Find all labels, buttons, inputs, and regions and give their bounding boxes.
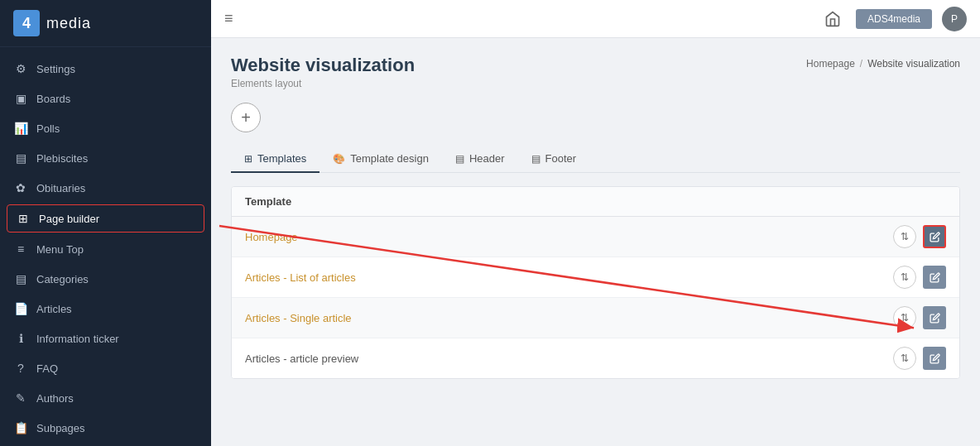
main-area: ≡ ADS4media P Website visualization Elem… xyxy=(211,0,980,446)
subpages-icon: 📋 xyxy=(13,420,28,435)
sidebar-item-categories[interactable]: ▤ Categories xyxy=(0,264,211,294)
sidebar-item-menu-top[interactable]: ≡ Menu Top xyxy=(0,234,211,264)
topbar: ≡ ADS4media P xyxy=(211,0,980,38)
edit-button-4[interactable] xyxy=(923,347,946,370)
footer-tab-label: Footer xyxy=(545,152,577,165)
tab-footer[interactable]: ▤ Footer xyxy=(518,146,590,173)
sort-button-1[interactable]: ⇅ xyxy=(893,225,916,248)
breadcrumb-current: Website visualization xyxy=(867,58,960,70)
header-tab-icon: ▤ xyxy=(455,153,464,165)
template-row-2: Articles - List of articles ⇅ xyxy=(232,257,959,298)
add-button[interactable]: + xyxy=(231,103,261,132)
logo-text: media xyxy=(46,15,91,32)
sidebar-item-faq[interactable]: ? FAQ xyxy=(0,353,211,383)
sidebar-nav: ⚙ Settings ▣ Boards 📊 Polls ▤ Plebiscite… xyxy=(0,47,211,446)
settings-icon: ⚙ xyxy=(13,61,28,76)
page-title: Website visualization xyxy=(231,55,415,76)
breadcrumb: Homepage / Website visualization xyxy=(806,58,960,70)
topbar-right: ADS4media P xyxy=(819,6,967,32)
logo-box: 4 xyxy=(13,10,40,36)
sidebar-label-settings: Settings xyxy=(36,63,75,75)
sidebar-label-menu-top: Menu Top xyxy=(36,243,84,256)
sidebar-label-plebiscites: Plebiscites xyxy=(36,152,88,165)
sidebar-label-information-ticker: Information ticker xyxy=(36,333,119,345)
tabs-bar: ⊞ Templates 🎨 Template design ▤ Header ▤… xyxy=(231,146,960,173)
sidebar-label-categories: Categories xyxy=(36,273,89,285)
sidebar-item-subpages[interactable]: 📋 Subpages xyxy=(0,413,211,443)
template-row-1: Homepage ⇅ xyxy=(232,217,959,257)
sidebar-item-boards[interactable]: ▣ Boards xyxy=(0,84,211,113)
template-row-4: Articles - article preview ⇅ xyxy=(232,338,959,378)
sidebar-label-faq: FAQ xyxy=(36,362,58,375)
template-row-3: Articles - Single article ⇅ xyxy=(232,298,959,338)
topbar-left: ≡ xyxy=(224,10,233,27)
sidebar-label-polls: Polls xyxy=(36,122,60,135)
template-actions-1: ⇅ xyxy=(893,225,946,248)
template-name-1: Homepage xyxy=(245,231,298,243)
edit-button-2[interactable] xyxy=(923,266,946,289)
template-name-2: Articles - List of articles xyxy=(245,271,356,284)
page-header: Website visualization Elements layout Ho… xyxy=(231,55,960,89)
template-section-header: Template xyxy=(232,187,959,217)
obituaries-icon: ✿ xyxy=(13,180,28,195)
sidebar-item-events[interactable]: ▦ Events xyxy=(0,443,211,446)
page-subtitle: Elements layout xyxy=(231,78,415,89)
page-builder-icon: ⊞ xyxy=(16,211,31,226)
sidebar-label-obituaries: Obituaries xyxy=(36,182,85,194)
sidebar-logo: 4 media xyxy=(0,0,211,47)
tab-header[interactable]: ▤ Header xyxy=(442,146,518,173)
sort-button-2[interactable]: ⇅ xyxy=(893,266,916,289)
sidebar-item-settings[interactable]: ⚙ Settings xyxy=(0,54,211,84)
page-title-group: Website visualization Elements layout xyxy=(231,55,415,89)
template-section: Template Homepage ⇅ Articles - List of a… xyxy=(231,186,960,379)
sidebar-label-page-builder: Page builder xyxy=(39,213,99,225)
sidebar-label-boards: Boards xyxy=(36,93,70,105)
template-design-tab-icon: 🎨 xyxy=(333,153,345,165)
information-ticker-icon: ℹ xyxy=(13,331,28,346)
sidebar-item-polls[interactable]: 📊 Polls xyxy=(0,113,211,143)
tab-templates[interactable]: ⊞ Templates xyxy=(231,146,319,173)
page-content: Website visualization Elements layout Ho… xyxy=(211,38,980,446)
authors-icon: ✎ xyxy=(13,391,28,405)
templates-tab-icon: ⊞ xyxy=(244,153,252,165)
articles-icon: 📄 xyxy=(13,301,28,316)
faq-icon: ? xyxy=(13,361,28,376)
template-name-4: Articles - article preview xyxy=(245,352,358,365)
boards-icon: ▣ xyxy=(13,91,28,106)
edit-button-3[interactable] xyxy=(923,306,946,329)
sort-button-3[interactable]: ⇅ xyxy=(893,306,916,329)
sidebar-item-information-ticker[interactable]: ℹ Information ticker xyxy=(0,324,211,353)
template-actions-3: ⇅ xyxy=(893,306,946,329)
sidebar-label-subpages: Subpages xyxy=(36,422,85,434)
sidebar-label-articles: Articles xyxy=(36,303,72,315)
template-actions-2: ⇅ xyxy=(893,266,946,289)
edit-button-1[interactable] xyxy=(923,225,946,248)
footer-tab-icon: ▤ xyxy=(531,153,540,165)
sidebar: 4 media ⚙ Settings ▣ Boards 📊 Polls ▤ Pl… xyxy=(0,0,211,446)
template-name-3: Articles - Single article xyxy=(245,312,352,324)
template-design-tab-label: Template design xyxy=(350,152,429,165)
sidebar-item-page-builder[interactable]: ⊞ Page builder xyxy=(7,204,204,233)
tab-template-design[interactable]: 🎨 Template design xyxy=(319,146,442,173)
menu-top-icon: ≡ xyxy=(13,242,28,257)
sidebar-item-obituaries[interactable]: ✿ Obituaries xyxy=(0,173,211,203)
polls-icon: 📊 xyxy=(13,121,28,136)
sidebar-item-articles[interactable]: 📄 Articles xyxy=(0,294,211,324)
home-icon[interactable] xyxy=(819,6,846,32)
sort-button-4[interactable]: ⇅ xyxy=(893,347,916,370)
breadcrumb-sep: / xyxy=(860,58,862,70)
hamburger-icon[interactable]: ≡ xyxy=(224,10,233,27)
template-actions-4: ⇅ xyxy=(893,347,946,370)
breadcrumb-home[interactable]: Homepage xyxy=(806,58,855,70)
sidebar-label-authors: Authors xyxy=(36,392,74,405)
sidebar-item-plebiscites[interactable]: ▤ Plebiscites xyxy=(0,143,211,173)
profile-button[interactable]: P xyxy=(942,7,967,31)
categories-icon: ▤ xyxy=(13,271,28,286)
header-tab-label: Header xyxy=(469,152,505,165)
ads-button[interactable]: ADS4media xyxy=(856,9,932,29)
templates-tab-label: Templates xyxy=(257,152,306,165)
template-rows: Homepage ⇅ Articles - List of articles ⇅… xyxy=(232,217,959,378)
plebiscites-icon: ▤ xyxy=(13,151,28,165)
sidebar-item-authors[interactable]: ✎ Authors xyxy=(0,383,211,413)
